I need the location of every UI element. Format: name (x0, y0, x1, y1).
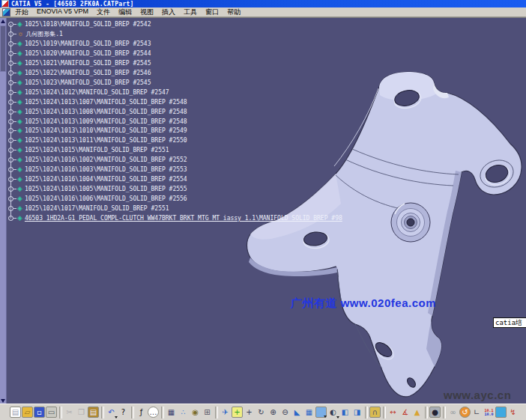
tree-item-19[interactable]: ◈1025\1024\1016\1006\MANIFOLD_SOLID_BREP… (0, 194, 187, 204)
tree-item-9[interactable]: ◈1025\1024\1013\1007\MANIFOLD_SOLID_BREP… (0, 97, 187, 107)
tree-expand-node[interactable] (8, 51, 13, 56)
title-bar[interactable]: CATIA V5 - [46503 2FK0A.CATPart] (0, 0, 526, 7)
tree-expand-node[interactable] (8, 90, 13, 95)
tree-expand-node[interactable] (8, 61, 13, 66)
tree-expand-node[interactable] (8, 119, 13, 124)
tree-item-11[interactable]: ◈1025\1024\1013\1009\MANIFOLD_SOLID_BREP… (0, 117, 187, 127)
quick-view-left-icon[interactable]: ◧ (339, 407, 351, 418)
tree-expand-node[interactable] (8, 31, 13, 37)
tree-item-2[interactable]: ☼几何图形集.1 (0, 29, 63, 39)
tree-expand-node[interactable] (8, 100, 13, 105)
document-icon[interactable] (2, 8, 10, 16)
fit-all-in-icon[interactable]: + (232, 407, 243, 418)
camera-icon[interactable]: ● (429, 407, 441, 418)
tree-item-13[interactable]: ◈1025\1024\1013\1011\MANIFOLD_SOLID_BREP… (0, 136, 187, 145)
app-icon[interactable] (1, 0, 9, 7)
tree-item-4[interactable]: ◈1025\1020\MANIFOLD_SOLID_BREP #2544 (0, 49, 151, 58)
paste-icon[interactable]: ▤ (88, 407, 99, 418)
tree-item-label: 1025\1019\MANIFOLD_SOLID_BREP #2543 (25, 40, 151, 47)
dropdown-arrow-icon[interactable] (324, 416, 327, 418)
menu-help[interactable]: 帮助 (227, 7, 241, 17)
tree-item-18[interactable]: ◈1025\1024\1016\1005\MANIFOLD_SOLID_BREP… (0, 184, 187, 194)
tree-item-3[interactable]: ◈1025\1019\MANIFOLD_SOLID_BREP #2543 (0, 39, 151, 49)
menu-enovia-v5-vpm[interactable]: ENOVIA V5 VPM (37, 7, 88, 17)
fly-mode-icon[interactable]: ✈ (220, 407, 231, 418)
print-icon[interactable]: ▭ (46, 407, 57, 418)
formula-icon[interactable]: ƒ (136, 407, 147, 418)
tree-item-20[interactable]: ◈1025\1024\1017\MANIFOLD_SOLID_BREP #255… (0, 204, 169, 213)
interference-icon[interactable]: ↯ (507, 407, 519, 418)
tree-expand-node[interactable] (8, 196, 13, 201)
graph-tree-icon[interactable]: ⊞ (202, 407, 213, 418)
tree-item-5[interactable]: ◈1025\1021\MANIFOLD_SOLID_BREP #2545 (0, 58, 151, 68)
tree-expand-node[interactable] (8, 80, 13, 85)
tree-expand-node[interactable] (8, 216, 13, 221)
zoom-out-icon[interactable]: ⊖ (279, 407, 291, 418)
new-document-icon[interactable]: ▤ (10, 407, 21, 418)
update-icon[interactable]: ↺ (459, 407, 471, 418)
tree-expand-node[interactable] (8, 206, 13, 211)
part-body-box-icon[interactable] (495, 407, 507, 418)
tree-item-1[interactable]: ◈1025\1018\MANIFOLD_SOLID_BREP #2542 (0, 19, 151, 29)
tree-item-8[interactable]: ◈1025\1024\1012\MANIFOLD_SOLID_BREP #254… (0, 88, 169, 97)
menu-view[interactable]: 视图 (140, 7, 154, 17)
tree-expand-node[interactable] (8, 22, 13, 27)
copy-icon[interactable]: ❐ (76, 407, 87, 418)
iso-view-icon[interactable] (315, 407, 327, 418)
rotate-icon[interactable]: ↻ (256, 407, 267, 418)
render-style-icon[interactable]: ◐ (327, 407, 339, 418)
menu-tools[interactable]: 工具 (184, 7, 197, 17)
pan-icon[interactable]: + (244, 407, 255, 418)
viewport-3d[interactable]: ◈1025\1018\MANIFOLD_SOLID_BREP #2542☼几何图… (0, 17, 526, 404)
tree-item-10[interactable]: ◈1025\1024\1013\1008\MANIFOLD_SOLID_BREP… (0, 107, 187, 117)
tree-item-16[interactable]: ◈1025\1024\1016\1003\MANIFOLD_SOLID_BREP… (0, 165, 187, 174)
tree-expand-node[interactable] (8, 138, 13, 143)
tree-expand-node[interactable] (8, 41, 13, 46)
tree-expand-node[interactable] (8, 167, 13, 172)
tree-item-17[interactable]: ◈1025\1024\1016\1004\MANIFOLD_SOLID_BREP… (0, 174, 187, 184)
scroll-up-arrow[interactable] (0, 18, 7, 25)
tree-expand-node[interactable] (8, 147, 13, 153)
tree-item-21[interactable]: ◈46503 1HD2A-G1 PEDAL COMPL-CLUTCH WW47B… (0, 213, 342, 223)
tree-expand-node[interactable] (8, 128, 13, 133)
menu-start[interactable]: 开始 (15, 7, 28, 17)
knowledge-icon[interactable]: ◉ (190, 407, 201, 418)
tree-item-14[interactable]: ◈1025\1024\1015\MANIFOLD_SOLID_BREP #255… (0, 145, 169, 155)
measure-item-icon[interactable]: ∡ (399, 407, 411, 418)
tree-item-7[interactable]: ◈1025\1023\MANIFOLD_SOLID_BREP #2545 (0, 78, 151, 88)
product-structure-icon[interactable]: ∴ (178, 407, 189, 418)
undo-icon[interactable]: ↶ (106, 407, 117, 418)
open-folder-icon[interactable]: ▱ (22, 407, 33, 418)
tree-expand-node[interactable] (8, 177, 13, 182)
multi-view-icon[interactable]: ▦ (303, 407, 315, 418)
cut-icon[interactable]: ✂ (64, 407, 75, 418)
menu-insert[interactable]: 插入 (162, 7, 175, 17)
link-manager-icon[interactable]: ∞ (447, 407, 459, 418)
whats-this-icon[interactable]: ? (118, 407, 129, 418)
coordinates-icon[interactable]: 10.110.0 (483, 407, 495, 418)
menu-file[interactable]: 文件 (97, 7, 110, 17)
tree-item-15[interactable]: ◈1025\1024\1016\1002\MANIFOLD_SOLID_BREP… (0, 155, 187, 165)
scroll-down-arrow[interactable] (0, 398, 7, 404)
scrollbar-thumb[interactable] (0, 25, 6, 72)
design-table-icon[interactable]: ▦ (166, 407, 177, 418)
normal-view-icon[interactable]: ◣ (291, 407, 303, 418)
save-icon[interactable]: ▫ (34, 407, 45, 418)
comment-icon[interactable]: … (148, 407, 159, 418)
menu-edit[interactable]: 编辑 (118, 7, 132, 17)
mass-properties-icon[interactable]: ▲ (411, 407, 423, 418)
tree-item-6[interactable]: ◈1025\1022\MANIFOLD_SOLID_BREP #2546 (0, 68, 151, 78)
tree-expand-node[interactable] (8, 157, 13, 162)
lock-view-icon[interactable]: ∩ (369, 407, 381, 418)
tree-expand-node[interactable] (8, 70, 13, 76)
tree-scrollbar[interactable] (0, 18, 7, 404)
tree-expand-node[interactable] (8, 109, 13, 115)
menu-window[interactable]: 窗口 (205, 7, 219, 17)
tree-branch-line (13, 53, 16, 54)
axis-system-icon[interactable]: ∟ (471, 407, 483, 418)
measure-between-icon[interactable]: ↔ (387, 407, 399, 418)
tree-item-12[interactable]: ◈1025\1024\1013\1010\MANIFOLD_SOLID_BREP… (0, 126, 187, 136)
zoom-in-icon[interactable]: ⊕ (267, 407, 279, 418)
quick-view-right-icon[interactable]: ◨ (351, 407, 363, 418)
tree-expand-node[interactable] (8, 186, 13, 192)
